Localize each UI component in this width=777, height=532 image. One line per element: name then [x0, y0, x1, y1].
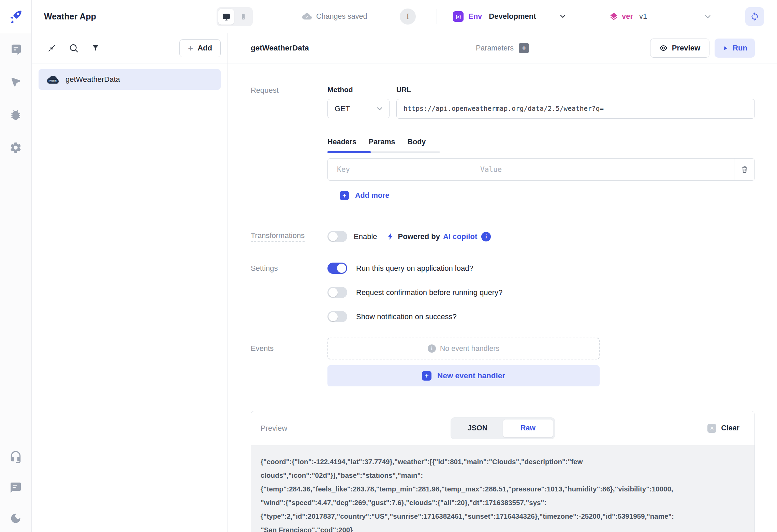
transformations-section-label: Transformations	[251, 231, 305, 242]
header-key-value-row	[327, 158, 755, 181]
sync-button[interactable]	[745, 7, 764, 26]
app-logo[interactable]	[0, 0, 32, 33]
new-event-handler-label: New event handler	[437, 371, 505, 380]
query-list-item-getweatherdata[interactable]: {REST} getWeatherData	[39, 69, 221, 90]
raw-response-line: "wind":{"speed":4.47,"deg":269,"gust":7.…	[261, 496, 748, 509]
plus-icon: +	[188, 44, 193, 53]
tab-underline-track	[327, 151, 440, 153]
save-status-text: Changes saved	[316, 12, 367, 21]
desktop-icon	[222, 13, 231, 21]
dark-mode-moon-icon[interactable]	[9, 512, 23, 525]
add-more-label: Add more	[355, 191, 389, 200]
header-key-input[interactable]	[328, 159, 471, 180]
raw-response-line: {"type":2,"id":2017837,"country":"US","s…	[261, 509, 748, 523]
avatar-initial: I	[406, 12, 409, 21]
query-list-toolbar: + Add	[32, 33, 228, 63]
setting-label: Show notification on success?	[356, 312, 457, 321]
raw-response-body[interactable]: {"coord":{"lon":-122.4194,"lat":37.7749}…	[251, 445, 754, 532]
cloud-check-icon	[302, 12, 312, 21]
avatar[interactable]: I	[400, 9, 416, 25]
mobile-mode-button[interactable]	[235, 9, 251, 25]
clear-label: Clear	[721, 424, 739, 432]
chevron-down-icon[interactable]	[703, 12, 712, 21]
add-parameter-button[interactable]: +	[519, 43, 529, 53]
notify-on-success-toggle[interactable]	[327, 311, 347, 322]
plus-icon: +	[422, 371, 431, 381]
svg-text:{REST}: {REST}	[48, 79, 57, 82]
filter-icon[interactable]	[89, 42, 102, 55]
enable-label: Enable	[354, 232, 377, 241]
info-icon[interactable]: i	[481, 232, 491, 241]
gear-settings-icon[interactable]	[9, 141, 23, 154]
run-button-label: Run	[733, 44, 747, 53]
tab-params[interactable]: Params	[369, 138, 395, 146]
events-section-label: Events	[251, 338, 327, 386]
settings-section: Settings Run this query on application l…	[251, 263, 755, 335]
env-value: Development	[489, 12, 536, 21]
url-input[interactable]: https://api.openweathermap.org/data/2.5/…	[396, 99, 755, 119]
response-preview-panel: Preview JSON Raw ✕ Clear {"coord":{"lon"…	[251, 411, 755, 532]
url-line-2: {{appsmith.store.city}}&appid=39c45f5b79…	[404, 115, 748, 119]
method-value: GET	[335, 104, 350, 113]
env-label: Env	[468, 12, 482, 21]
raw-response-line: clouds","icon":"02d"}],"base":"stations"…	[261, 469, 748, 482]
chevron-down-icon[interactable]	[559, 12, 567, 20]
settings-section-label: Settings	[251, 263, 327, 335]
search-icon[interactable]	[67, 42, 80, 55]
eye-icon	[659, 44, 668, 52]
pages-icon[interactable]	[9, 43, 23, 56]
phone-icon	[239, 13, 247, 20]
app-title: Weather App	[44, 12, 96, 21]
add-query-button[interactable]: + Add	[179, 39, 221, 57]
preview-mode-switch: JSON Raw	[451, 417, 555, 439]
clear-button[interactable]: ✕ Clear	[707, 424, 739, 433]
request-tabs-section: Headers Params Body	[251, 138, 755, 200]
environment-selector[interactable]: {x} Env Development	[453, 0, 567, 33]
new-event-handler-button[interactable]: + New event handler	[327, 365, 600, 386]
chevron-down-icon	[376, 105, 384, 113]
add-more-button[interactable]: + Add more	[340, 191, 755, 200]
delete-row-button[interactable]	[734, 159, 754, 180]
preview-button[interactable]: Preview	[650, 39, 709, 58]
save-status: Changes saved	[302, 0, 367, 33]
tab-body[interactable]: Body	[408, 138, 426, 146]
chat-feedback-icon[interactable]	[9, 481, 23, 494]
confirm-before-run-toggle[interactable]	[327, 287, 347, 298]
parameters-label: Parameters	[476, 44, 514, 53]
ai-copilot-link[interactable]: AI copilot	[443, 232, 477, 241]
run-button[interactable]: Run	[715, 39, 755, 58]
query-item-label: getWeatherData	[65, 75, 120, 84]
parameters-control: Parameters +	[476, 43, 529, 53]
desktop-mode-button[interactable]	[218, 9, 234, 25]
setting-notify-on-success: Show notification on success?	[327, 311, 755, 322]
env-icon: {x}	[453, 11, 464, 22]
setting-label: Run this query on application load?	[356, 264, 473, 273]
info-icon: i	[428, 344, 436, 353]
tab-active-indicator	[327, 151, 371, 153]
mode-json-button[interactable]: JSON	[452, 419, 503, 438]
bug-debugger-icon[interactable]	[9, 108, 23, 122]
setting-confirm-before-run: Request confirmation before running quer…	[327, 287, 755, 298]
left-icon-rail	[0, 33, 32, 532]
device-mode-toggle[interactable]	[217, 7, 253, 26]
query-editor-header: getWeatherData Parameters + Preview	[228, 33, 777, 63]
events-section: Events i No event handlers + New event h…	[251, 338, 755, 386]
mode-raw-button[interactable]: Raw	[503, 419, 553, 438]
query-editor: getWeatherData Parameters + Preview	[228, 33, 777, 532]
header-value-input[interactable]	[471, 159, 734, 180]
play-icon	[722, 45, 729, 51]
request-section-label: Request	[251, 85, 327, 119]
run-on-load-toggle[interactable]	[327, 263, 347, 274]
url-line-1: https://api.openweathermap.org/data/2.5/…	[404, 102, 748, 115]
transformations-enable-toggle[interactable]	[327, 231, 347, 242]
support-headset-icon[interactable]	[9, 450, 23, 464]
version-selector[interactable]: ver v1	[609, 0, 647, 33]
collapse-panel-icon[interactable]	[45, 42, 58, 55]
add-query-label: Add	[197, 44, 212, 53]
cursor-icon[interactable]	[9, 75, 23, 89]
lightning-bolt-icon	[386, 233, 394, 240]
transformations-section: Transformations Enable Powered by AI cop…	[251, 231, 755, 242]
method-select[interactable]: GET	[327, 99, 390, 118]
tab-headers[interactable]: Headers	[327, 138, 356, 146]
setting-label: Request confirmation before running quer…	[356, 288, 502, 297]
